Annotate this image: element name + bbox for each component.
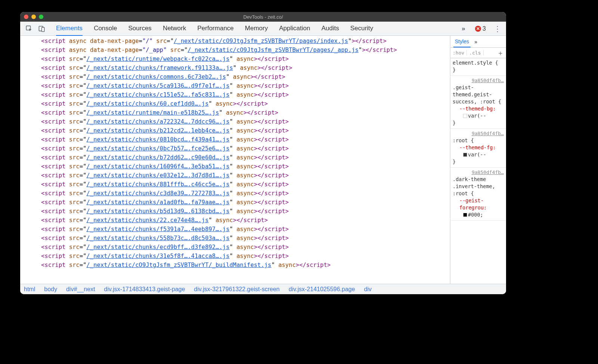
window-controls — [24, 15, 43, 19]
dom-node-script[interactable]: <script src="/_next/static/chunks/c3d8e3… — [41, 189, 450, 198]
dom-node-script[interactable]: <script src="/_next/static/chunks/framew… — [41, 63, 450, 72]
breadcrumb-item[interactable]: div.jsx-2141025596.page — [289, 286, 355, 293]
dom-node-script[interactable]: <script src="/_next/static/chunks/b72dd6… — [41, 153, 450, 162]
zoom-window-button[interactable] — [39, 15, 43, 19]
devtools-tabbar: ElementsConsoleSourcesNetworkPerformance… — [20, 22, 506, 36]
breadcrumb-item[interactable]: div#__next — [66, 286, 95, 293]
devtools-window: DevTools - zeit.co/ ElementsConsoleSourc… — [20, 12, 506, 294]
dom-node-script[interactable]: <script src="/_next/static/runtime/webpa… — [41, 55, 450, 63]
svg-rect-2 — [41, 27, 44, 31]
dom-node-script[interactable]: <script src="/_next/static/runtime/main-… — [41, 108, 450, 117]
style-rule[interactable]: 9a850df4fb….dark-theme .invert-theme, :r… — [450, 168, 506, 221]
breadcrumb-item[interactable]: html — [24, 286, 35, 293]
tab-performance[interactable]: Performance — [197, 22, 234, 36]
dom-node-script[interactable]: <script src="/_next/static/chunks/60.cef… — [41, 99, 450, 108]
dom-node-script[interactable]: <script src="/_next/static/chunks/b5d13d… — [41, 207, 450, 216]
dom-node-script[interactable]: <script async data-next-page="/_app" src… — [41, 46, 450, 55]
dom-node-script[interactable]: <script src="/_next/static/chunks/16096f… — [41, 162, 450, 171]
new-rule-icon[interactable]: ＋ — [495, 49, 506, 57]
window-title: DevTools - zeit.co/ — [20, 14, 506, 20]
styles-filter-row: :hov .cls ＋ — [450, 48, 506, 58]
elements-panel[interactable]: <script async data-next-page="/" src="/_… — [20, 36, 450, 284]
breadcrumb-item[interactable]: div.jsx-3217961322.geist-screen — [194, 286, 280, 293]
device-toolbar-icon[interactable] — [36, 23, 47, 34]
dom-node-script[interactable]: <script src="/_next/static/chunks/f5391a… — [41, 225, 450, 234]
tab-audits[interactable]: Audits — [321, 22, 339, 36]
dom-node-script[interactable]: <script src="/_next/static/chunks/22.ce7… — [41, 216, 450, 225]
tab-memory[interactable]: Memory — [245, 22, 268, 36]
dom-node-script[interactable]: <script src="/_next/static/chunks/31e5f8… — [41, 252, 450, 261]
error-count-value: 3 — [483, 25, 486, 32]
inspect-element-icon[interactable] — [23, 23, 34, 34]
dom-node-script[interactable]: <script src="/_next/static/chunks/5ca913… — [41, 81, 450, 90]
dom-node-script[interactable]: <script async data-next-page="/" src="/_… — [41, 37, 450, 46]
breadcrumb-item[interactable]: body — [44, 286, 57, 293]
error-count[interactable]: ✕ 3 — [475, 25, 486, 32]
more-sidebar-tabs-icon[interactable]: » — [474, 39, 477, 45]
tab-network[interactable]: Network — [163, 22, 186, 36]
dom-node-script[interactable]: <script src="/_next/static/chunks/b212cd… — [41, 126, 450, 135]
style-rule[interactable]: element.style {} — [450, 58, 506, 76]
breadcrumb-bar[interactable]: htmlbodydiv#__nextdiv.jsx-1714833413.gei… — [20, 284, 506, 294]
window-titlebar: DevTools - zeit.co/ — [20, 12, 506, 22]
devtools-body: <script async data-next-page="/" src="/_… — [20, 36, 506, 284]
dom-node-script[interactable]: <script src="/_next/static/chunks/a1ad0f… — [41, 198, 450, 207]
style-rules[interactable]: element.style {}9a850df4fb….geist-themed… — [450, 58, 506, 284]
dom-node-script[interactable]: <script src="/_next/static/chunks/ecd9bf… — [41, 243, 450, 252]
tab-styles[interactable]: Styles — [453, 36, 471, 47]
tab-elements[interactable]: Elements — [56, 22, 83, 36]
dom-node-script[interactable]: <script src="/_next/static/chunks/common… — [41, 72, 450, 81]
dom-node-script[interactable]: <script src="/_next/static/chunks/0bc7b5… — [41, 144, 450, 153]
dom-node-script[interactable]: <script src="/_next/static/chunks/a72232… — [41, 117, 450, 126]
style-rule[interactable]: 9a850df4fb….geist-themed.geist-success, … — [450, 76, 506, 129]
hover-toggle[interactable]: :hov — [450, 50, 467, 56]
dom-node-script[interactable]: <script src="/_next/static/chunks/e032e1… — [41, 171, 450, 180]
more-tabs-icon[interactable]: » — [458, 23, 469, 34]
sidebar-tabs: Styles » — [450, 36, 506, 48]
tab-security[interactable]: Security — [350, 22, 373, 36]
tab-sources[interactable]: Sources — [128, 22, 151, 36]
minimize-window-button[interactable] — [31, 15, 36, 19]
devtools-tabs: ElementsConsoleSourcesNetworkPerformance… — [56, 22, 455, 36]
dom-node-script[interactable]: <script src="/_next/static/chunks/c151e5… — [41, 90, 450, 99]
dom-node-script[interactable]: <script src="/_next/static/chunks/558b73… — [41, 234, 450, 243]
dom-node-script[interactable]: <script src="/_next/static/chunks/881fff… — [41, 180, 450, 189]
style-rule[interactable]: 9a850df4fb…:root {--themed-fg:var(--} — [450, 129, 506, 168]
breadcrumb-item[interactable]: div — [364, 286, 372, 293]
classes-toggle[interactable]: .cls — [467, 50, 483, 56]
error-icon: ✕ — [475, 26, 481, 32]
close-window-button[interactable] — [24, 15, 28, 19]
settings-menu-icon[interactable]: ⋮ — [492, 23, 503, 34]
styles-sidebar: Styles » :hov .cls ＋ element.style {}9a8… — [450, 36, 506, 284]
tab-console[interactable]: Console — [94, 22, 117, 36]
dom-node-script[interactable]: <script src="/_next/static/chunks/0810bc… — [41, 135, 450, 144]
dom-node-script[interactable]: <script src="/_next/static/cO9JtgJsfm_zS… — [41, 261, 450, 270]
tab-application[interactable]: Application — [279, 22, 310, 36]
breadcrumb-item[interactable]: div.jsx-1714833413.geist-page — [104, 286, 185, 293]
